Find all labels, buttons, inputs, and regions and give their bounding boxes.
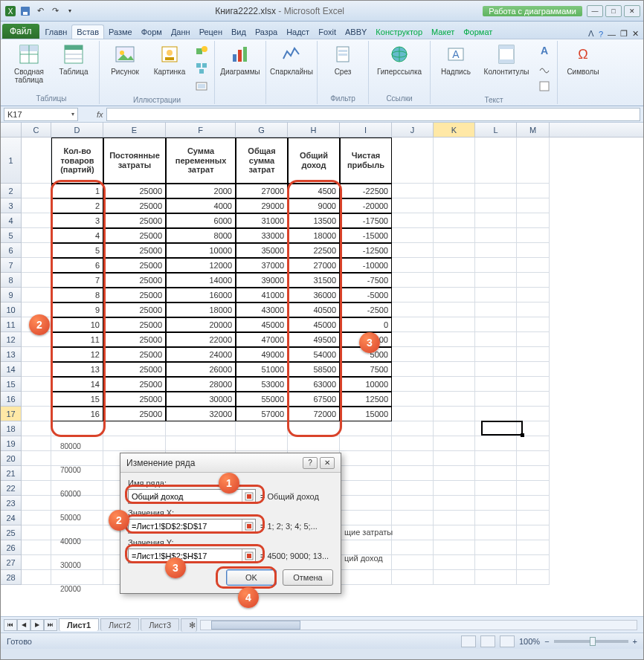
cell[interactable]	[475, 466, 517, 481]
column-header[interactable]: E	[103, 123, 166, 137]
cell[interactable]	[434, 481, 475, 496]
row-header[interactable]: 9	[1, 288, 22, 302]
row-header[interactable]: 28	[1, 570, 22, 585]
zoom-out-button[interactable]: −	[544, 637, 549, 646]
cell[interactable]: Кол-во товаров (партий)	[51, 138, 103, 184]
cell[interactable]: 16000	[166, 288, 236, 302]
cell[interactable]: 10000	[340, 377, 392, 392]
cell[interactable]	[236, 421, 288, 436]
cell[interactable]	[517, 228, 550, 243]
screenshot-icon[interactable]	[193, 78, 210, 94]
cell[interactable]: 55000	[236, 392, 288, 407]
row-header[interactable]: 26	[1, 540, 22, 555]
redo-icon[interactable]: ↷	[48, 4, 62, 18]
worksheet-grid[interactable]: CDEFGHIJKLM 1Кол-во товаров (партий)Пост…	[1, 123, 643, 616]
cell[interactable]	[392, 317, 434, 332]
row-header[interactable]: 22	[1, 481, 22, 496]
tab-view[interactable]: Вид	[227, 25, 251, 39]
cell[interactable]: 25000	[103, 302, 166, 317]
cell[interactable]	[475, 332, 517, 347]
cell[interactable]: 14000	[166, 273, 236, 288]
cell[interactable]	[434, 347, 475, 362]
cell[interactable]	[392, 540, 434, 555]
cell[interactable]: 14	[51, 377, 103, 392]
cell[interactable]	[392, 184, 434, 198]
cell[interactable]: 53000	[236, 377, 288, 392]
cell[interactable]	[22, 481, 51, 496]
charts-button[interactable]: Диаграммы	[219, 42, 261, 76]
cell[interactable]: 12	[51, 347, 103, 362]
cell[interactable]	[475, 213, 517, 228]
cell[interactable]	[517, 138, 550, 184]
cell[interactable]: 25000	[103, 213, 166, 228]
cell[interactable]: 10000	[166, 243, 236, 258]
range-selector-icon[interactable]	[242, 490, 255, 503]
cell[interactable]: 4500	[288, 184, 340, 198]
cell[interactable]: 72000	[288, 407, 340, 421]
cell[interactable]	[475, 392, 517, 407]
cell[interactable]: 22500	[288, 243, 340, 258]
cell[interactable]	[517, 481, 550, 496]
slicer-button[interactable]: Срез	[322, 42, 364, 76]
cell[interactable]	[475, 138, 517, 184]
cell[interactable]: Постоянные затраты	[103, 138, 166, 184]
cell[interactable]	[475, 540, 517, 555]
cell[interactable]: 43000	[236, 302, 288, 317]
cell[interactable]	[517, 392, 550, 407]
cell[interactable]: 36000	[288, 288, 340, 302]
cell[interactable]	[340, 496, 392, 511]
cell[interactable]: 6000	[166, 213, 236, 228]
minimize-ribbon-icon[interactable]: ᐱ	[588, 29, 594, 39]
cell[interactable]	[22, 540, 51, 555]
cell[interactable]: 25000	[103, 377, 166, 392]
cell[interactable]: 51000	[236, 362, 288, 377]
cell[interactable]: 8	[51, 288, 103, 302]
tab-foxit[interactable]: Foxit	[314, 25, 341, 39]
cell[interactable]	[475, 273, 517, 288]
tab-review[interactable]: Рецен	[195, 25, 227, 39]
view-pagebreak-button[interactable]	[500, 635, 515, 647]
ok-button[interactable]: OK	[226, 569, 277, 586]
cell[interactable]: 24000	[166, 347, 236, 362]
cell[interactable]: 25000	[103, 362, 166, 377]
cell[interactable]	[22, 407, 51, 421]
cell[interactable]	[22, 392, 51, 407]
cell[interactable]	[392, 347, 434, 362]
cell[interactable]	[392, 496, 434, 511]
cell[interactable]: 28000	[166, 377, 236, 392]
cell[interactable]: 15000	[340, 407, 392, 421]
cell[interactable]	[22, 317, 51, 332]
cell[interactable]: 20000	[166, 317, 236, 332]
cell[interactable]: 11	[51, 332, 103, 347]
cell[interactable]: -2500	[340, 302, 392, 317]
cell[interactable]	[517, 243, 550, 258]
cell[interactable]	[475, 496, 517, 511]
cell[interactable]	[22, 243, 51, 258]
row-header[interactable]: 24	[1, 511, 22, 525]
cell[interactable]	[392, 525, 434, 540]
cell[interactable]	[392, 243, 434, 258]
cell[interactable]	[475, 511, 517, 525]
cell[interactable]	[434, 362, 475, 377]
cell[interactable]	[22, 213, 51, 228]
cell[interactable]	[392, 258, 434, 273]
cell[interactable]	[392, 362, 434, 377]
cell[interactable]	[392, 407, 434, 421]
cell[interactable]	[434, 213, 475, 228]
column-header[interactable]: K	[434, 123, 475, 137]
cell[interactable]	[166, 421, 236, 436]
cell[interactable]: 25000	[103, 332, 166, 347]
cell[interactable]: 25000	[103, 392, 166, 407]
cell[interactable]: 25000	[103, 347, 166, 362]
cell[interactable]	[434, 138, 475, 184]
cell[interactable]	[475, 198, 517, 213]
zoom-slider[interactable]	[554, 640, 628, 643]
cell[interactable]: -20000	[340, 198, 392, 213]
cell[interactable]: -5000	[340, 288, 392, 302]
tab-insert[interactable]: Встав	[71, 25, 104, 39]
sheet-tab-active[interactable]: Лист1	[59, 618, 99, 631]
dialog-close-button[interactable]: ✕	[320, 457, 335, 469]
cancel-button[interactable]: Отмена	[283, 569, 333, 586]
cell[interactable]: 35000	[236, 243, 288, 258]
cell[interactable]	[392, 392, 434, 407]
